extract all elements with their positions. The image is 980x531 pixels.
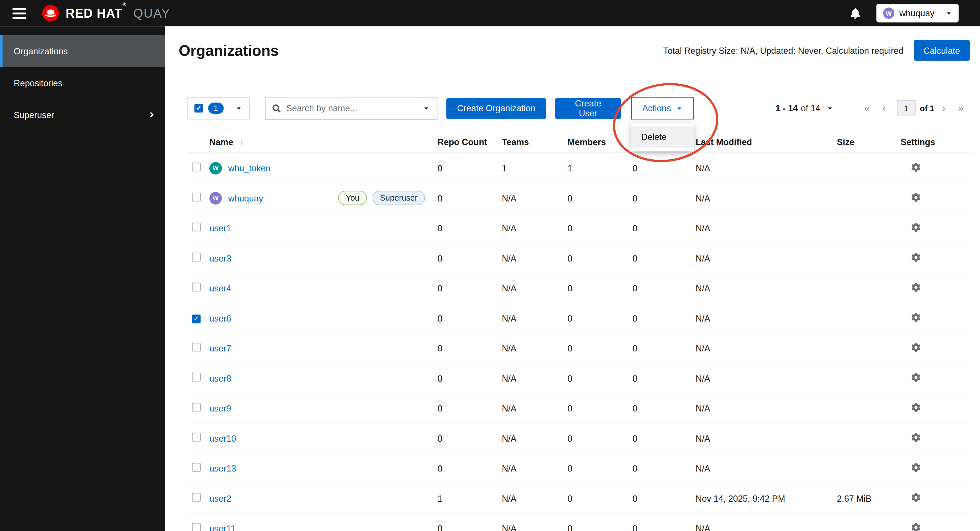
org-name-link[interactable]: user6 bbox=[209, 313, 231, 323]
create-user-button[interactable]: Create User bbox=[555, 98, 621, 119]
pagination-summary[interactable]: 1 - 14 of 14 bbox=[776, 103, 833, 113]
settings-gear-icon[interactable] bbox=[911, 493, 921, 502]
cell-last-modified: N/A bbox=[695, 163, 837, 173]
row-checkbox[interactable] bbox=[192, 314, 201, 323]
column-header-teams: Teams bbox=[502, 137, 568, 147]
org-name-link[interactable]: whuquay bbox=[228, 193, 263, 203]
org-name-cell: user2 bbox=[209, 493, 438, 503]
row-checkbox[interactable] bbox=[192, 403, 201, 411]
table-row: user3 0 N/A 0 0 N/A bbox=[188, 243, 970, 273]
row-checkbox[interactable] bbox=[192, 493, 201, 502]
cell-teams: N/A bbox=[502, 373, 568, 383]
cell-robots: 0 bbox=[633, 163, 695, 173]
settings-gear-icon[interactable] bbox=[911, 162, 921, 172]
cell-teams: N/A bbox=[502, 313, 568, 323]
org-name-cell: user9 bbox=[209, 403, 438, 413]
page-number-input[interactable]: 1 bbox=[897, 100, 915, 116]
settings-gear-icon[interactable] bbox=[911, 222, 921, 232]
row-checkbox[interactable] bbox=[192, 373, 201, 382]
search-filter-toggle[interactable] bbox=[415, 97, 437, 119]
settings-gear-icon[interactable] bbox=[911, 342, 921, 352]
org-name-link[interactable]: user4 bbox=[209, 283, 231, 293]
cell-last-modified: N/A bbox=[695, 433, 837, 443]
cell-robots: 0 bbox=[633, 193, 695, 203]
cell-robots: 0 bbox=[633, 283, 695, 293]
bulk-select-dropdown[interactable]: 1 bbox=[188, 97, 250, 120]
org-name-link[interactable]: user2 bbox=[209, 493, 231, 503]
row-checkbox[interactable] bbox=[192, 163, 201, 171]
sidebar-item-organizations[interactable]: Organizations bbox=[0, 35, 165, 67]
settings-gear-icon[interactable] bbox=[911, 523, 921, 531]
page-header: Organizations Total Registry Size: N/A, … bbox=[165, 26, 980, 61]
org-name-link[interactable]: user9 bbox=[209, 403, 231, 413]
previous-page-button[interactable]: ‹ bbox=[876, 103, 892, 113]
hamburger-menu-icon[interactable] bbox=[13, 8, 26, 18]
row-checkbox[interactable] bbox=[192, 463, 201, 472]
org-name-link[interactable]: whu_token bbox=[228, 163, 270, 173]
cell-last-modified: N/A bbox=[695, 463, 837, 473]
last-page-button[interactable]: » bbox=[951, 103, 970, 113]
settings-cell bbox=[900, 432, 970, 444]
table-row: user2 1 N/A 0 0 Nov 14, 2025, 9:42 PM 2.… bbox=[188, 483, 970, 513]
sidebar-item-label: Organizations bbox=[14, 46, 68, 56]
chevron-down-icon bbox=[827, 105, 833, 111]
row-checkbox[interactable] bbox=[192, 282, 201, 292]
org-name-link[interactable]: user7 bbox=[209, 343, 231, 353]
search-input[interactable] bbox=[286, 97, 416, 119]
cell-members: 0 bbox=[568, 223, 633, 233]
cell-last-modified: N/A bbox=[695, 313, 837, 323]
row-checkbox[interactable] bbox=[192, 253, 201, 262]
bulk-select-checkbox[interactable] bbox=[194, 104, 203, 113]
calculate-button[interactable]: Calculate bbox=[913, 40, 970, 61]
cell-repo-count: 1 bbox=[438, 493, 502, 503]
row-checkbox-cell bbox=[188, 282, 209, 293]
brand-red-hat: RED HAT® bbox=[66, 6, 127, 21]
settings-gear-icon[interactable] bbox=[911, 282, 921, 292]
settings-gear-icon[interactable] bbox=[911, 192, 921, 202]
org-name-link[interactable]: user13 bbox=[209, 463, 236, 473]
row-checkbox[interactable] bbox=[192, 433, 201, 442]
sidebar-item-repositories[interactable]: Repositories bbox=[0, 67, 165, 99]
selected-count-badge: 1 bbox=[208, 102, 224, 114]
cell-members: 0 bbox=[568, 193, 633, 203]
settings-gear-icon[interactable] bbox=[911, 313, 921, 322]
cell-size: 2.67 MiB bbox=[837, 493, 900, 503]
cell-repo-count: 0 bbox=[438, 433, 502, 443]
settings-gear-icon[interactable] bbox=[911, 432, 921, 442]
cell-repo-count: 0 bbox=[438, 223, 502, 233]
cell-members: 0 bbox=[568, 463, 633, 473]
next-page-button[interactable]: › bbox=[935, 103, 951, 113]
chevron-down-icon[interactable] bbox=[236, 105, 242, 111]
settings-gear-icon[interactable] bbox=[911, 402, 921, 412]
org-name-link[interactable]: user11 bbox=[209, 523, 235, 531]
table-row: user10 0 N/A 0 0 N/A bbox=[188, 423, 970, 453]
org-name-link[interactable]: user3 bbox=[209, 253, 231, 263]
settings-cell bbox=[900, 313, 970, 324]
row-checkbox[interactable] bbox=[192, 343, 201, 351]
org-name-link[interactable]: user10 bbox=[209, 433, 236, 443]
row-checkbox[interactable] bbox=[192, 193, 201, 201]
cell-last-modified: N/A bbox=[695, 343, 837, 353]
settings-cell bbox=[900, 282, 970, 294]
create-organization-button[interactable]: Create Organization bbox=[446, 98, 546, 119]
settings-gear-icon[interactable] bbox=[911, 373, 921, 382]
column-header-name[interactable]: Name ↕ bbox=[209, 137, 438, 147]
masthead: RED HAT® QUAY W whuquay bbox=[0, 0, 980, 26]
notifications-bell-icon[interactable] bbox=[851, 8, 860, 18]
org-name-cell: W whu_token bbox=[209, 162, 438, 174]
org-name-link[interactable]: user1 bbox=[209, 223, 231, 233]
settings-gear-icon[interactable] bbox=[911, 462, 921, 472]
sidebar-item-superuser[interactable]: Superuser bbox=[0, 99, 165, 131]
org-name-link[interactable]: user8 bbox=[209, 373, 231, 383]
first-page-button[interactable]: « bbox=[858, 103, 877, 113]
column-header-repo-count: Repo Count bbox=[438, 137, 502, 147]
sort-icon[interactable]: ↕ bbox=[239, 137, 243, 146]
row-checkbox[interactable] bbox=[192, 523, 201, 531]
settings-gear-icon[interactable] bbox=[911, 252, 921, 262]
actions-button[interactable]: Actions bbox=[632, 97, 694, 120]
cell-last-modified: N/A bbox=[695, 193, 837, 203]
row-checkbox[interactable] bbox=[192, 223, 201, 231]
cell-teams: N/A bbox=[502, 523, 568, 531]
user-menu[interactable]: W whuquay bbox=[876, 4, 959, 22]
menu-item-delete[interactable]: Delete bbox=[632, 126, 694, 148]
